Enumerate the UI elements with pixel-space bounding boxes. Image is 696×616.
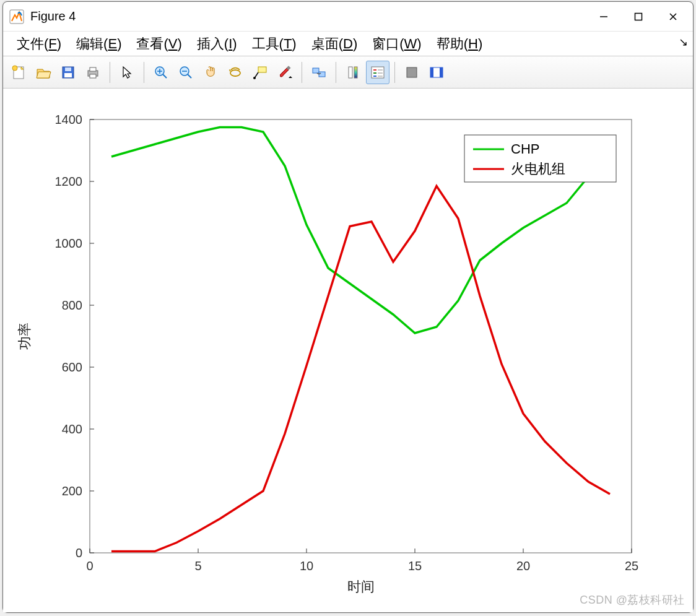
axes-area[interactable]: 05101520250200400600800100012001400时间功率C… — [3, 89, 693, 612]
menu-window[interactable]: 窗口(W) — [365, 35, 428, 53]
open-button[interactable] — [32, 61, 55, 84]
y-tick: 400 — [62, 422, 82, 436]
dock-arrow-icon[interactable]: ↘ — [679, 35, 688, 49]
hide-tools-button[interactable] — [400, 61, 424, 84]
svg-line-12 — [163, 74, 167, 78]
y-axis-label: 功率 — [17, 323, 32, 350]
zoom-in-button[interactable] — [149, 61, 173, 84]
svg-rect-30 — [407, 67, 417, 77]
x-tick: 15 — [408, 559, 422, 573]
matlab-icon — [9, 9, 24, 24]
datatip-button[interactable] — [248, 61, 272, 84]
y-tick: 1400 — [55, 113, 83, 126]
x-tick: 0 — [86, 559, 93, 573]
close-button[interactable] — [656, 4, 690, 29]
titlebar[interactable]: Figure 4 — [3, 2, 693, 32]
svg-rect-22 — [354, 67, 357, 78]
link-button[interactable] — [307, 61, 331, 84]
svg-rect-10 — [90, 74, 96, 78]
menubar: 文件(F) 编辑(E) 查看(V) 插入(I) 工具(T) 桌面(D) 窗口(W… — [3, 32, 693, 56]
menu-view[interactable]: 查看(V) — [129, 35, 189, 53]
pointer-button[interactable] — [115, 61, 139, 84]
svg-point-17 — [253, 77, 256, 79]
menu-insert[interactable]: 插入(I) — [189, 35, 245, 53]
x-tick: 5 — [194, 559, 201, 573]
svg-rect-20 — [319, 72, 325, 77]
maximize-button[interactable] — [621, 4, 656, 29]
svg-rect-19 — [313, 68, 319, 73]
x-tick: 10 — [300, 559, 313, 573]
y-tick: 1200 — [55, 175, 83, 188]
y-tick: 200 — [62, 484, 82, 498]
save-button[interactable] — [56, 61, 80, 84]
plot-editor-button[interactable] — [425, 61, 448, 84]
minimize-button[interactable] — [586, 4, 621, 29]
svg-rect-21 — [349, 67, 352, 78]
menu-tools[interactable]: 工具(T) — [245, 35, 304, 53]
x-axis-label: 时间 — [347, 579, 375, 594]
y-tick: 0 — [76, 546, 82, 560]
svg-rect-32 — [430, 67, 433, 77]
new-figure-button[interactable] — [7, 61, 30, 84]
plot-box — [90, 119, 632, 553]
legend-button[interactable] — [366, 61, 389, 84]
y-tick: 800 — [62, 298, 82, 312]
svg-point-15 — [230, 70, 240, 76]
y-tick: 1000 — [55, 236, 83, 250]
svg-rect-7 — [64, 73, 72, 77]
chart-svg: 05101520250200400600800100012001400时间功率C… — [3, 89, 693, 611]
pan-button[interactable] — [199, 61, 222, 84]
menu-desktop[interactable]: 桌面(D) — [304, 35, 365, 53]
x-tick: 25 — [625, 559, 638, 573]
x-tick: 20 — [516, 559, 530, 573]
rotate-button[interactable] — [224, 61, 247, 84]
figure-window: Figure 4 文件(F) 编辑(E) 查看(V) 插入(I) 工具(T) 桌… — [2, 1, 694, 613]
svg-line-14 — [188, 74, 191, 78]
print-button[interactable] — [81, 61, 105, 84]
menu-help[interactable]: 帮助(H) — [429, 35, 490, 53]
legend-label: 火电机组 — [511, 161, 565, 176]
brush-button[interactable] — [273, 61, 297, 84]
menu-file[interactable]: 文件(F) — [9, 35, 69, 53]
svg-point-4 — [12, 66, 17, 71]
legend-label: CHP — [511, 141, 539, 157]
svg-rect-33 — [440, 67, 443, 77]
menu-edit[interactable]: 编辑(E) — [69, 35, 129, 53]
y-tick: 600 — [62, 360, 82, 374]
svg-rect-2 — [635, 13, 642, 20]
svg-rect-16 — [258, 67, 266, 72]
svg-rect-9 — [90, 67, 96, 71]
svg-rect-6 — [65, 67, 71, 71]
colorbar-button[interactable] — [341, 61, 365, 84]
toolbar — [3, 56, 693, 89]
window-title: Figure 4 — [30, 9, 76, 24]
zoom-out-button[interactable] — [174, 61, 198, 84]
